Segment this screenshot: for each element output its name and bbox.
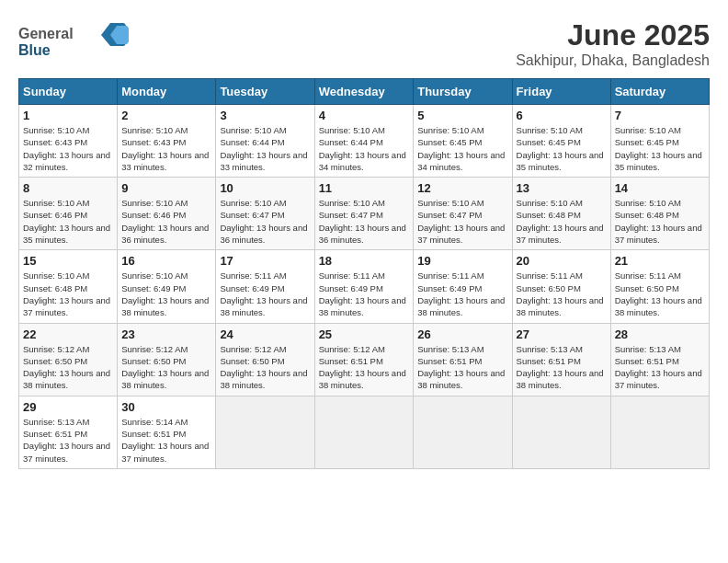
day-number: 25 (319, 327, 410, 341)
day-number: 3 (220, 109, 310, 122)
day-detail: Sunrise: 5:14 AM Sunset: 6:51 PM Dayligh… (121, 416, 211, 465)
sunrise-label: Sunrise: 5:10 AM (23, 270, 89, 281)
table-row: 11 Sunrise: 5:10 AM Sunset: 6:47 PM Dayl… (314, 178, 414, 250)
sunset-label: Sunset: 6:43 PM (121, 137, 186, 147)
day-detail: Sunrise: 5:10 AM Sunset: 6:43 PM Dayligh… (121, 124, 211, 173)
table-row (314, 396, 414, 468)
day-detail: Sunrise: 5:10 AM Sunset: 6:45 PM Dayligh… (517, 124, 607, 173)
table-row: 30 Sunrise: 5:14 AM Sunset: 6:51 PM Dayl… (118, 396, 216, 468)
daylight-label: Daylight: 13 hours and 37 minutes. (615, 368, 702, 390)
daylight-label: Daylight: 13 hours and 38 minutes. (417, 295, 505, 317)
day-detail: Sunrise: 5:11 AM Sunset: 6:49 PM Dayligh… (417, 270, 507, 318)
sunrise-label: Sunrise: 5:10 AM (319, 198, 385, 208)
daylight-label: Daylight: 13 hours and 38 minutes. (615, 295, 702, 317)
table-row: 22 Sunrise: 5:12 AM Sunset: 6:50 PM Dayl… (19, 323, 118, 396)
sunset-label: Sunset: 6:48 PM (517, 210, 581, 220)
day-detail: Sunrise: 5:11 AM Sunset: 6:50 PM Dayligh… (517, 270, 607, 318)
day-number: 21 (615, 254, 705, 268)
col-sunday: Sunday (19, 79, 118, 105)
day-detail: Sunrise: 5:10 AM Sunset: 6:46 PM Dayligh… (23, 197, 113, 246)
table-row (610, 396, 709, 468)
table-row: 26 Sunrise: 5:13 AM Sunset: 6:51 PM Dayl… (414, 323, 512, 396)
day-detail: Sunrise: 5:13 AM Sunset: 6:51 PM Dayligh… (615, 343, 705, 392)
day-detail: Sunrise: 5:10 AM Sunset: 6:47 PM Dayligh… (220, 197, 310, 246)
sunset-label: Sunset: 6:50 PM (121, 356, 186, 366)
daylight-label: Daylight: 13 hours and 37 minutes. (121, 441, 209, 463)
sunset-label: Sunset: 6:50 PM (23, 356, 87, 366)
day-number: 10 (220, 181, 310, 195)
table-row: 4 Sunrise: 5:10 AM Sunset: 6:44 PM Dayli… (314, 105, 414, 178)
table-row: 14 Sunrise: 5:10 AM Sunset: 6:48 PM Dayl… (610, 178, 709, 250)
table-row: 28 Sunrise: 5:13 AM Sunset: 6:51 PM Dayl… (610, 323, 709, 396)
sunset-label: Sunset: 6:51 PM (319, 356, 383, 366)
sunrise-label: Sunrise: 5:14 AM (121, 417, 188, 427)
col-monday: Monday (118, 79, 216, 105)
table-row: 10 Sunrise: 5:10 AM Sunset: 6:47 PM Dayl… (216, 178, 314, 250)
day-number: 28 (615, 327, 705, 341)
daylight-label: Daylight: 13 hours and 37 minutes. (517, 223, 604, 245)
sunset-label: Sunset: 6:50 PM (517, 283, 581, 293)
sunrise-label: Sunrise: 5:13 AM (23, 417, 89, 427)
sunset-label: Sunset: 6:47 PM (417, 210, 482, 220)
sunrise-label: Sunrise: 5:11 AM (319, 270, 385, 281)
sunrise-label: Sunrise: 5:11 AM (517, 270, 583, 281)
page-header: General Blue June 2025 Sakhipur, Dhaka, … (18, 18, 710, 69)
sunrise-label: Sunrise: 5:13 AM (517, 344, 583, 354)
daylight-label: Daylight: 13 hours and 38 minutes. (417, 368, 505, 390)
sunrise-label: Sunrise: 5:10 AM (220, 125, 286, 135)
table-row: 29 Sunrise: 5:13 AM Sunset: 6:51 PM Dayl… (19, 396, 118, 468)
sunset-label: Sunset: 6:45 PM (417, 137, 482, 147)
day-number: 11 (319, 181, 410, 195)
sunrise-label: Sunrise: 5:10 AM (23, 198, 89, 208)
daylight-label: Daylight: 13 hours and 37 minutes. (23, 441, 110, 463)
day-detail: Sunrise: 5:13 AM Sunset: 6:51 PM Dayligh… (517, 343, 607, 392)
sunset-label: Sunset: 6:49 PM (220, 283, 284, 293)
day-detail: Sunrise: 5:10 AM Sunset: 6:43 PM Dayligh… (23, 124, 113, 173)
day-detail: Sunrise: 5:10 AM Sunset: 6:48 PM Dayligh… (23, 270, 113, 318)
table-row: 27 Sunrise: 5:13 AM Sunset: 6:51 PM Dayl… (512, 323, 610, 396)
sunset-label: Sunset: 6:46 PM (121, 210, 186, 220)
sunrise-label: Sunrise: 5:10 AM (615, 198, 681, 208)
sunset-label: Sunset: 6:51 PM (615, 356, 679, 366)
sunset-label: Sunset: 6:49 PM (121, 283, 186, 293)
sunset-label: Sunset: 6:47 PM (319, 210, 383, 220)
sunrise-label: Sunrise: 5:13 AM (615, 344, 681, 354)
day-number: 9 (121, 181, 211, 195)
daylight-label: Daylight: 13 hours and 34 minutes. (417, 150, 505, 172)
sunset-label: Sunset: 6:48 PM (23, 283, 87, 293)
table-row: 1 Sunrise: 5:10 AM Sunset: 6:43 PM Dayli… (19, 105, 118, 178)
table-row: 21 Sunrise: 5:11 AM Sunset: 6:50 PM Dayl… (610, 250, 709, 323)
day-number: 7 (615, 109, 705, 122)
sunset-label: Sunset: 6:50 PM (220, 356, 284, 366)
table-row: 23 Sunrise: 5:12 AM Sunset: 6:50 PM Dayl… (118, 323, 216, 396)
day-detail: Sunrise: 5:10 AM Sunset: 6:49 PM Dayligh… (121, 270, 211, 318)
day-detail: Sunrise: 5:11 AM Sunset: 6:49 PM Dayligh… (220, 270, 310, 318)
day-detail: Sunrise: 5:10 AM Sunset: 6:45 PM Dayligh… (615, 124, 705, 173)
sunset-label: Sunset: 6:43 PM (23, 137, 87, 147)
table-row: 24 Sunrise: 5:12 AM Sunset: 6:50 PM Dayl… (216, 323, 314, 396)
svg-text:General: General (18, 26, 74, 41)
day-detail: Sunrise: 5:12 AM Sunset: 6:50 PM Dayligh… (23, 343, 113, 392)
sunrise-label: Sunrise: 5:11 AM (220, 270, 286, 281)
daylight-label: Daylight: 13 hours and 38 minutes. (517, 295, 604, 317)
daylight-label: Daylight: 13 hours and 37 minutes. (615, 223, 702, 245)
logo-text: General Blue (18, 18, 129, 68)
sunrise-label: Sunrise: 5:10 AM (23, 125, 89, 135)
day-detail: Sunrise: 5:10 AM Sunset: 6:47 PM Dayligh… (417, 197, 507, 246)
table-row: 18 Sunrise: 5:11 AM Sunset: 6:49 PM Dayl… (314, 250, 414, 323)
svg-text:Blue: Blue (18, 42, 51, 58)
day-number: 6 (517, 109, 607, 122)
day-number: 16 (121, 254, 211, 268)
daylight-label: Daylight: 13 hours and 38 minutes. (319, 295, 406, 317)
sunset-label: Sunset: 6:49 PM (319, 283, 383, 293)
table-row (512, 396, 610, 468)
table-row: 13 Sunrise: 5:10 AM Sunset: 6:48 PM Dayl… (512, 178, 610, 250)
day-number: 23 (121, 327, 211, 341)
calendar-week-row: 8 Sunrise: 5:10 AM Sunset: 6:46 PM Dayli… (19, 178, 710, 250)
day-detail: Sunrise: 5:10 AM Sunset: 6:46 PM Dayligh… (121, 197, 211, 246)
sunrise-label: Sunrise: 5:12 AM (121, 344, 188, 354)
day-detail: Sunrise: 5:10 AM Sunset: 6:45 PM Dayligh… (417, 124, 507, 173)
sunrise-label: Sunrise: 5:10 AM (417, 198, 483, 208)
sunset-label: Sunset: 6:48 PM (615, 210, 679, 220)
month-year-title: June 2025 (516, 18, 710, 52)
